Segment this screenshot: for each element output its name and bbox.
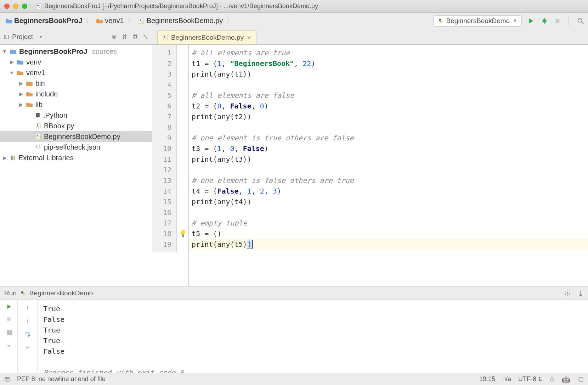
run-body: ▮▮ » ↑ ↓ » TrueFalseTrueTrueFalse Proces… — [0, 300, 588, 373]
ide-health-icon[interactable]: 🤖 — [561, 375, 570, 384]
close-tab-icon[interactable]: ✕ — [247, 34, 251, 41]
run-output[interactable]: TrueFalseTrueTrueFalse Process finished … — [38, 300, 588, 373]
expand-arrow-icon[interactable]: ▶ — [18, 91, 23, 97]
navigation-bar: BeginnersBookProJ 〉 venv1 〉 BeginnersBoo… — [0, 13, 588, 29]
python-file-icon — [163, 35, 168, 40]
svg-rect-35 — [5, 377, 9, 381]
rerun-button[interactable] — [6, 303, 12, 310]
tree-item[interactable]: ▶venv — [0, 57, 152, 67]
expand-arrow-icon[interactable]: ▼ — [9, 70, 14, 76]
gear-icon[interactable] — [132, 34, 138, 40]
gear-icon[interactable] — [564, 290, 571, 296]
folder-icon — [17, 60, 23, 65]
expand-arrow-icon[interactable]: ▶ — [18, 102, 23, 107]
svg-point-10 — [578, 18, 582, 22]
code-editor[interactable]: 12345678910111213141516171819 💡 # all el… — [152, 45, 588, 286]
run-left-toolbar: ▮▮ » — [0, 300, 18, 373]
expand-arrow-icon[interactable]: ▼ — [2, 49, 7, 54]
tool-windows-icon[interactable] — [4, 376, 10, 382]
tree-item-label: BeginnersBookDemo.py — [44, 133, 120, 141]
zoom-window-icon[interactable] — [22, 4, 27, 9]
tree-item[interactable]: ▶External Libraries — [0, 152, 152, 163]
more-icon[interactable]: » — [7, 342, 10, 349]
status-message: PEP 8: no newline at end of file — [17, 375, 106, 383]
window-title-text: BeginnersBookProJ [~/PycharmProjects/Beg… — [44, 2, 318, 10]
caret-position[interactable]: 19:15 — [479, 375, 495, 383]
folder-icon — [26, 81, 33, 86]
up-arrow-icon[interactable]: ↑ — [26, 304, 29, 311]
breadcrumb-item-folder[interactable]: venv1 — [94, 15, 126, 26]
feedback-icon[interactable] — [577, 376, 584, 383]
chevron-right-icon: 〉 — [126, 16, 136, 26]
svg-rect-19 — [36, 123, 40, 128]
folder-icon — [26, 91, 33, 96]
tree-item-label: BeginnersBookProJ — [19, 48, 87, 56]
tree-item-label: .Python — [43, 111, 67, 119]
tree-item[interactable]: pip-selfcheck.json — [0, 142, 152, 152]
stop-button[interactable] — [554, 18, 561, 24]
insert-mode[interactable]: n/a — [502, 375, 511, 383]
folder-icon — [96, 18, 103, 23]
svg-point-5 — [141, 21, 143, 23]
project-view-icon — [4, 34, 9, 40]
download-icon[interactable]: ⤓ — [578, 289, 584, 297]
expand-arrow-icon[interactable]: ▶ — [2, 155, 7, 161]
run-tool-window: Run BeginnersBookDemo ⤓ ▮▮ » ↑ ↓ » TrueF… — [0, 286, 588, 373]
python-file-icon — [36, 3, 42, 10]
svg-rect-25 — [11, 156, 12, 160]
code-content[interactable]: # all elements are truet1 = (1, "Beginne… — [189, 45, 588, 286]
run-config-selector[interactable]: BeginnersBookDemo ▼ — [433, 15, 522, 27]
svg-rect-12 — [4, 35, 6, 39]
run-config-name: BeginnersBookDemo — [29, 289, 93, 297]
breadcrumb-item-file[interactable]: BeginnersBookDemo.py — [136, 15, 225, 26]
file-icon — [35, 112, 40, 118]
more-icon[interactable]: » — [26, 344, 29, 350]
project-tree[interactable]: ▼BeginnersBookProJ sources▶venv▼venv1▶bi… — [0, 45, 152, 286]
chevron-down-icon: ▼ — [513, 18, 517, 23]
chevron-right-icon: 〉 — [225, 16, 235, 26]
scroll-from-source-icon[interactable] — [111, 34, 117, 40]
breadcrumb-item-project[interactable]: BeginnersBookProJ — [4, 15, 84, 26]
separator — [569, 16, 569, 26]
down-arrow-icon[interactable]: ↓ — [26, 318, 29, 324]
breadcrumb-label: venv1 — [105, 17, 124, 25]
breadcrumb: BeginnersBookProJ 〉 venv1 〉 BeginnersBoo… — [4, 15, 432, 26]
search-everywhere-button[interactable] — [577, 17, 584, 25]
run-button[interactable] — [527, 17, 535, 24]
close-window-icon[interactable] — [4, 4, 10, 9]
toolbar-buttons — [527, 16, 584, 26]
folder-icon — [10, 49, 16, 54]
lock-icon[interactable] — [549, 376, 554, 382]
tree-item-label: venv1 — [26, 69, 45, 77]
collapse-all-icon[interactable]: ⇵ — [122, 33, 127, 41]
svg-rect-34 — [7, 317, 10, 320]
editor-tab[interactable]: BeginnersBookDemo.py ✕ — [157, 30, 256, 44]
chevron-down-icon[interactable]: ▼ — [39, 34, 43, 39]
tree-item[interactable]: ▼BeginnersBookProJ sources — [0, 46, 152, 57]
debug-button[interactable] — [541, 17, 548, 24]
stop-button[interactable] — [6, 316, 12, 322]
intention-bulb-icon[interactable]: 💡 — [179, 230, 187, 238]
svg-rect-36 — [550, 379, 553, 381]
tree-item[interactable]: .Python — [0, 110, 152, 121]
soft-wrap-icon[interactable] — [24, 331, 31, 337]
minimize-window-icon[interactable] — [13, 4, 18, 9]
tree-item[interactable]: ▶bin — [0, 78, 152, 89]
python-icon — [438, 18, 443, 24]
tree-item[interactable]: BBook.py — [0, 121, 152, 131]
tree-item[interactable]: ▶lib — [0, 99, 152, 110]
svg-point-23 — [37, 135, 38, 136]
svg-point-33 — [567, 292, 569, 294]
svg-rect-17 — [37, 115, 39, 115]
pause-button[interactable]: ▮▮ — [6, 328, 11, 336]
output-line: False — [43, 314, 582, 325]
expand-arrow-icon[interactable]: ▶ — [9, 59, 14, 65]
tree-item[interactable]: ▶include — [0, 89, 152, 99]
expand-arrow-icon[interactable]: ▶ — [18, 80, 23, 86]
tree-item-hint: sources — [90, 48, 117, 56]
tree-item[interactable]: ▼venv1 — [0, 67, 152, 78]
hide-icon[interactable]: ⤡ — [143, 33, 148, 41]
svg-point-8 — [543, 19, 546, 23]
tree-item[interactable]: BeginnersBookDemo.py — [0, 131, 152, 142]
file-encoding[interactable]: UTF-8⇅ — [518, 375, 542, 383]
